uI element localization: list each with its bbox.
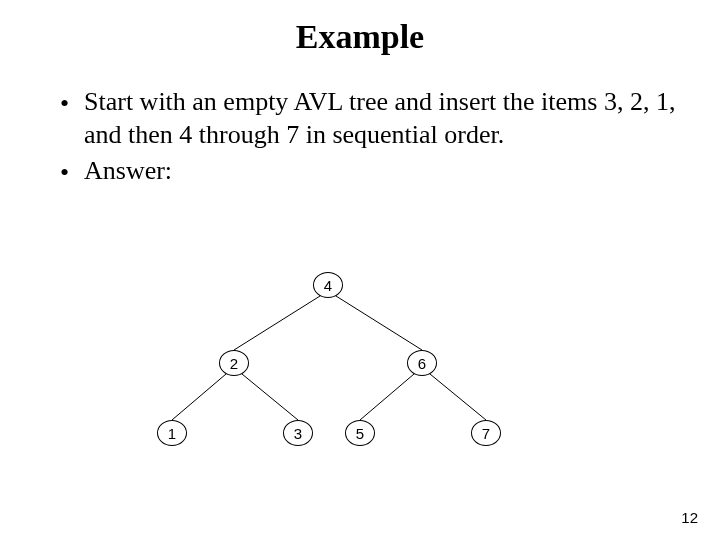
page-number: 12 [681,509,698,526]
bullet-item: • Answer: [60,155,680,190]
tree-node-left-right: 3 [283,420,313,446]
bullet-list: • Start with an empty AVL tree and inser… [60,86,680,190]
tree-node-left: 2 [219,350,249,376]
bullet-marker: • [60,86,84,121]
tree-node-root: 4 [313,272,343,298]
bullet-marker: • [60,155,84,190]
tree-node-right-right: 7 [471,420,501,446]
svg-line-5 [430,374,486,420]
tree-edges [0,270,720,500]
svg-line-2 [172,374,226,420]
bullet-text: Answer: [84,155,680,188]
bullet-text: Start with an empty AVL tree and insert … [84,86,680,151]
bullet-item: • Start with an empty AVL tree and inser… [60,86,680,151]
svg-line-0 [234,296,320,350]
slide-title: Example [0,18,720,56]
avl-tree-diagram: 4 2 6 1 3 5 7 [0,270,720,500]
svg-line-4 [360,374,414,420]
tree-node-left-left: 1 [157,420,187,446]
tree-node-right: 6 [407,350,437,376]
svg-line-3 [242,374,298,420]
tree-node-right-left: 5 [345,420,375,446]
svg-line-1 [336,296,422,350]
